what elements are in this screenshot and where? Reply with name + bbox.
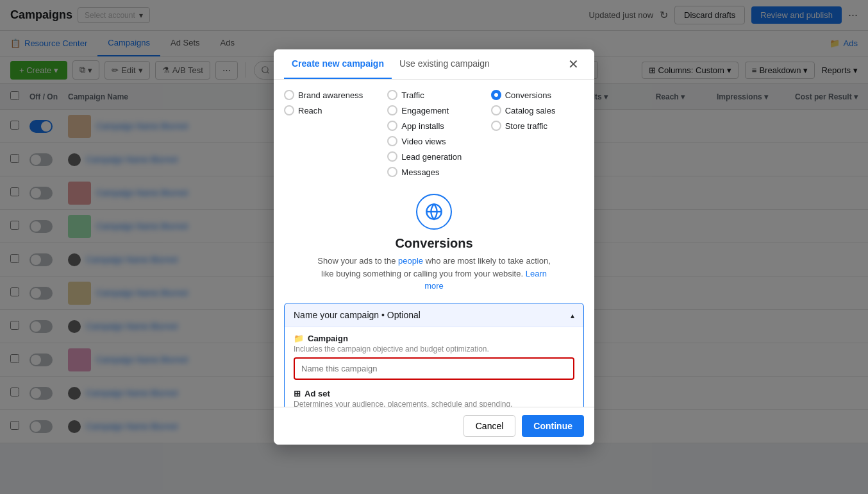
conversions-icon-circle — [416, 194, 452, 230]
obj-reach[interactable]: Reach — [284, 105, 377, 115]
name-section: Name your campaign • Optional 📁 Campaign… — [284, 303, 584, 407]
conversions-info: Conversions Show your ads to the people … — [284, 187, 584, 303]
objectives-grid: Brand awareness Traffic Conversions Reac… — [284, 90, 584, 177]
campaign-field-group: 📁 Campaign Includes the campaign objecti… — [294, 334, 574, 380]
obj-label-app-installs: App installs — [401, 121, 444, 131]
conversions-title: Conversions — [284, 236, 584, 251]
campaign-sublabel: Includes the campaign objective and budg… — [294, 345, 574, 353]
campaign-label: 📁 Campaign — [294, 334, 574, 343]
obj-radio-store-traffic — [491, 121, 501, 131]
obj-label-lead-generation: Lead generation — [401, 152, 462, 162]
obj-radio-catalog-sales — [491, 105, 501, 115]
adset-icon: ⊞ — [294, 389, 301, 398]
obj-engagement[interactable]: Engagement — [387, 105, 480, 115]
campaign-name-input[interactable] — [294, 357, 574, 380]
tab-use-existing-campaign[interactable]: Use existing campaign — [392, 49, 497, 79]
tab-create-new-campaign[interactable]: Create new campaign — [284, 49, 392, 79]
obj-messages[interactable]: Messages — [387, 167, 480, 177]
globe-icon — [425, 203, 443, 221]
obj-radio-traffic — [387, 90, 397, 100]
adset-label: ⊞ Ad set — [294, 389, 574, 398]
obj-lead-generation[interactable]: Lead generation — [387, 151, 480, 162]
obj-label-messages: Messages — [401, 167, 439, 177]
obj-label-video-views: Video views — [401, 137, 446, 146]
conversions-description: Show your ads to the people who are most… — [312, 255, 556, 293]
obj-radio-messages — [387, 167, 397, 177]
adset-sublabel: Determines your audience, placements, sc… — [294, 400, 574, 407]
obj-radio-app-installs — [387, 121, 397, 131]
obj-label-store-traffic: Store traffic — [505, 121, 547, 131]
obj-video-views[interactable]: Video views — [387, 136, 480, 146]
obj-conversions[interactable]: Conversions — [491, 90, 584, 100]
obj-label-engagement: Engagement — [401, 106, 449, 115]
obj-label-reach: Reach — [298, 106, 322, 115]
name-section-toggle[interactable]: Name your campaign • Optional — [285, 303, 583, 327]
modal-footer: Cancel Continue — [274, 407, 594, 443]
obj-label-catalog-sales: Catalog sales — [505, 106, 556, 115]
name-section-chevron — [571, 310, 574, 320]
obj-brand-awareness[interactable]: Brand awareness — [284, 90, 377, 100]
name-section-title: Name your campaign • Optional — [294, 310, 421, 320]
adset-field-group: ⊞ Ad set Determines your audience, place… — [294, 389, 574, 407]
campaign-folder-icon: 📁 — [294, 334, 304, 343]
conversions-desc-text: Show your ads to the — [317, 256, 398, 266]
obj-radio-lead-generation — [387, 151, 397, 162]
obj-app-installs[interactable]: App installs — [387, 121, 480, 131]
obj-traffic[interactable]: Traffic — [387, 90, 480, 100]
obj-store-traffic[interactable]: Store traffic — [491, 121, 584, 131]
obj-radio-brand-awareness — [284, 90, 294, 100]
cancel-button[interactable]: Cancel — [463, 415, 516, 437]
conversions-people-link[interactable]: people — [398, 256, 423, 266]
obj-radio-video-views — [387, 136, 397, 146]
continue-button[interactable]: Continue — [522, 415, 584, 437]
modal-close-button[interactable]: ✕ — [563, 56, 584, 72]
obj-catalog-sales[interactable]: Catalog sales — [491, 105, 584, 115]
modal-body: Brand awareness Traffic Conversions Reac… — [274, 80, 594, 407]
modal-overlay[interactable]: Create new campaign Use existing campaig… — [0, 0, 868, 443]
obj-radio-reach — [284, 105, 294, 115]
create-campaign-modal: Create new campaign Use existing campaig… — [274, 49, 594, 443]
obj-label-traffic: Traffic — [401, 90, 424, 100]
obj-label-conversions: Conversions — [505, 90, 551, 100]
obj-radio-conversions — [491, 90, 501, 100]
name-section-body: 📁 Campaign Includes the campaign objecti… — [285, 327, 583, 407]
modal-tabs: Create new campaign Use existing campaig… — [274, 49, 594, 80]
obj-radio-engagement — [387, 105, 397, 115]
obj-label-brand-awareness: Brand awareness — [298, 90, 363, 100]
